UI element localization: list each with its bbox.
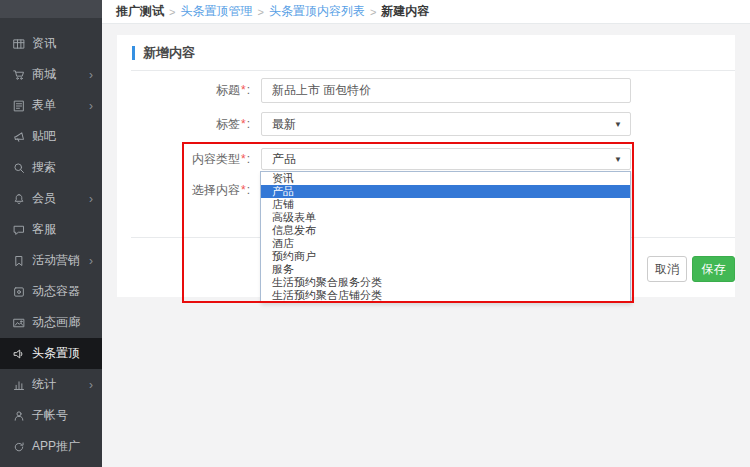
sidebar-item-app-promo[interactable]: APP推广 xyxy=(0,431,102,462)
breadcrumb: 推广测试>头条置顶管理>头条置顶内容列表>新建内容 xyxy=(102,0,750,24)
page-title-text: 新增内容 xyxy=(143,44,195,62)
dropdown-option[interactable]: 酒店 xyxy=(261,237,630,250)
form-actions: 取消 保存 xyxy=(647,256,735,282)
required-asterisk: * xyxy=(241,183,246,197)
dropdown-arrow-icon: ▼ xyxy=(614,120,622,129)
selected-value: 产品 xyxy=(272,151,296,168)
form-row-content-type-select: 内容类型*:产品▼ xyxy=(117,148,735,170)
form-row-tag-select: 标签*:最新▼ xyxy=(117,112,735,136)
app-window: 资讯商城›表单›贴吧搜索会员›客服活动营销›动态容器动态画廊头条置顶统计›子帐号… xyxy=(0,0,750,467)
dropdown-option[interactable]: 信息发布 xyxy=(261,224,630,237)
dropdown-option[interactable]: 资讯 xyxy=(261,172,630,185)
field-control: 最新▼ xyxy=(261,112,631,136)
speaker-icon xyxy=(13,348,25,360)
sidebar-item-label: 搜索 xyxy=(32,159,56,176)
sidebar-item-label: 资讯 xyxy=(32,35,56,52)
required-asterisk: * xyxy=(241,117,246,131)
sidebar-item-container[interactable]: 动态容器 xyxy=(0,276,102,307)
sidebar-item-stats[interactable]: 统计› xyxy=(0,369,102,400)
tag-select[interactable]: 最新▼ xyxy=(261,112,631,136)
content-type-select[interactable]: 产品▼ xyxy=(261,148,631,170)
dropdown-option[interactable]: 店铺 xyxy=(261,198,630,211)
sidebar-item-mall[interactable]: 商城› xyxy=(0,59,102,90)
sidebar-item-forms[interactable]: 表单› xyxy=(0,90,102,121)
field-label: 标签*: xyxy=(117,116,250,133)
chart-icon xyxy=(13,379,25,391)
chevron-right-icon: › xyxy=(89,193,93,205)
field-label: 标题*: xyxy=(117,82,250,99)
sidebar-item-forum[interactable]: 贴吧 xyxy=(0,121,102,152)
sidebar-item-label: 动态画廊 xyxy=(32,314,80,331)
grid-icon xyxy=(13,38,25,50)
bell-icon xyxy=(13,193,25,205)
sidebar-item-headline-top[interactable]: 头条置顶 xyxy=(0,338,102,369)
save-button[interactable]: 保存 xyxy=(692,256,735,282)
content-type-dropdown-list: 资讯产品店铺高级表单信息发布酒店预约商户服务生活预约聚合服务分类生活预约聚合店铺… xyxy=(260,171,631,303)
dropdown-option[interactable]: 服务 xyxy=(261,263,630,276)
form-row-title-input: 标题*: xyxy=(117,78,735,103)
required-asterisk: * xyxy=(241,152,246,166)
breadcrumb-item: 新建内容 xyxy=(381,3,429,20)
required-asterisk: * xyxy=(241,83,246,97)
chevron-right-icon: › xyxy=(89,379,93,391)
sidebar-item-members[interactable]: 会员› xyxy=(0,183,102,214)
sidebar-item-label: 活动营销 xyxy=(32,252,80,269)
sidebar-item-search[interactable]: 搜索 xyxy=(0,152,102,183)
breadcrumb-item[interactable]: 头条置顶内容列表 xyxy=(269,3,365,20)
dropdown-option[interactable]: 生活预约聚合服务分类 xyxy=(261,276,630,289)
share-icon xyxy=(13,441,25,453)
field-label: 内容类型*: xyxy=(117,151,250,168)
title-accent-bar xyxy=(132,46,135,60)
megaphone-icon xyxy=(13,131,25,143)
sidebar-item-service[interactable]: 客服 xyxy=(0,214,102,245)
sidebar-item-label: 统计 xyxy=(32,376,56,393)
sidebar-item-label: 表单 xyxy=(32,97,56,114)
sidebar-item-label: 头条置顶 xyxy=(32,345,80,362)
field-control: 产品▼ xyxy=(261,148,631,170)
sidebar-item-label: 客服 xyxy=(32,221,56,238)
breadcrumb-separator: > xyxy=(257,6,263,18)
page-title: 新增内容 xyxy=(132,44,195,62)
sidebar-menu: 资讯商城›表单›贴吧搜索会员›客服活动营销›动态容器动态画廊头条置顶统计›子帐号… xyxy=(0,18,102,462)
container-icon xyxy=(13,286,25,298)
cancel-button[interactable]: 取消 xyxy=(647,256,687,282)
dropdown-option[interactable]: 预约商户 xyxy=(261,250,630,263)
dropdown-option[interactable]: 生活预约聚合店铺分类 xyxy=(261,289,630,302)
gallery-icon xyxy=(13,317,25,329)
flag-icon xyxy=(13,255,25,267)
dropdown-arrow-icon: ▼ xyxy=(614,155,622,164)
search-icon xyxy=(13,162,25,174)
sidebar-item-label: APP推广 xyxy=(32,438,80,455)
sidebar: 资讯商城›表单›贴吧搜索会员›客服活动营销›动态容器动态画廊头条置顶统计›子帐号… xyxy=(0,0,102,467)
form-icon xyxy=(13,100,25,112)
sidebar-item-label: 会员 xyxy=(32,190,56,207)
sidebar-item-gallery[interactable]: 动态画廊 xyxy=(0,307,102,338)
selected-value: 最新 xyxy=(272,116,296,133)
breadcrumb-separator: > xyxy=(169,6,175,18)
title-divider xyxy=(131,70,735,71)
sidebar-item-label: 动态容器 xyxy=(32,283,80,300)
sidebar-item-label: 子帐号 xyxy=(32,407,68,424)
sidebar-item-sub-account[interactable]: 子帐号 xyxy=(0,400,102,431)
chevron-right-icon: › xyxy=(89,255,93,267)
dropdown-option[interactable]: 产品 xyxy=(261,185,630,198)
chat-icon xyxy=(13,224,25,236)
chevron-right-icon: › xyxy=(89,100,93,112)
sidebar-item-label: 贴吧 xyxy=(32,128,56,145)
breadcrumb-item[interactable]: 头条置顶管理 xyxy=(180,3,252,20)
sidebar-item-marketing[interactable]: 活动营销› xyxy=(0,245,102,276)
breadcrumb-separator: > xyxy=(370,6,376,18)
sidebar-item-label: 商城 xyxy=(32,66,56,83)
dropdown-option[interactable]: 高级表单 xyxy=(261,211,630,224)
field-label: 选择内容*: xyxy=(117,182,250,199)
sidebar-header xyxy=(0,0,102,18)
sidebar-item-news[interactable]: 资讯 xyxy=(0,28,102,59)
chevron-right-icon: › xyxy=(89,69,93,81)
breadcrumb-item: 推广测试 xyxy=(116,3,164,20)
user-icon xyxy=(13,410,25,422)
title-input[interactable] xyxy=(261,78,631,103)
field-control xyxy=(261,78,631,103)
cart-icon xyxy=(13,69,25,81)
